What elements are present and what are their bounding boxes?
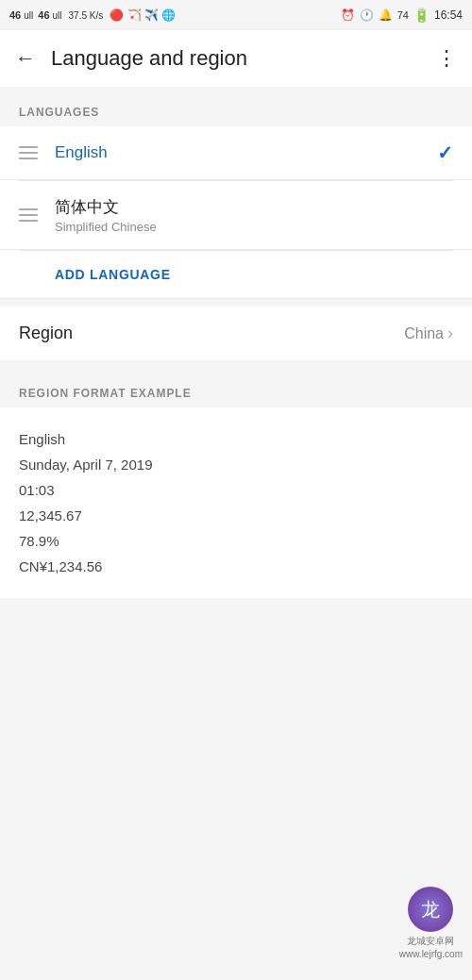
region-label: Region [19,324,73,343]
status-bar-left: 46 ull 46 ull 37.5 K/s 🔴 🏹 ✈️ 🌐 [9,8,176,22]
language-text-chinese: 简体中文 Simplified Chinese [55,196,453,234]
format-line-1: Sunday, April 7, 2019 [19,452,453,477]
format-line-2: 01:03 [19,477,453,503]
bell-icon: 🔔 [379,8,393,22]
app-bar: ← Language and region ⋮ [0,30,472,87]
network-speed: 37.5 K/s [69,10,104,21]
battery-icon: 🔋 [413,8,430,23]
region-value: China › [404,324,453,343]
watermark: 龙 龙城安卓网 www.lejrfg.com [399,887,463,961]
page-title: Language and region [51,46,436,71]
region-value-text: China [404,325,444,342]
languages-section-header: LANGUAGES [0,87,472,126]
region-row[interactable]: Region China › [0,307,472,360]
drag-line-1 [19,146,38,148]
chevron-right-icon: › [447,324,453,343]
watermark-site: www.lejrfg.com [399,948,463,961]
drag-line-c2 [19,214,38,216]
format-line-5: CN¥1,234.56 [19,554,453,579]
signal-indicator: 46 [9,9,21,21]
languages-card: English ✓ 简体中文 Simplified Chinese ADD LA… [0,126,472,299]
format-section: REGION FORMAT EXAMPLE English Sunday, Ap… [0,368,472,598]
drag-handle-chinese[interactable] [19,208,38,222]
add-language-row: ADD LANGUAGE [0,251,472,299]
signal-separator: ull [24,10,33,21]
language-text-english: English [55,143,437,162]
signal-separator-2: ull [53,10,62,21]
drag-line-c3 [19,220,38,222]
drag-line-3 [19,158,38,159]
clock-icon: 🕐 [360,8,374,22]
status-bar-right: ⏰ 🕐 🔔 74 🔋 16:54 [341,8,463,23]
language-item-english[interactable]: English ✓ [0,126,472,180]
watermark-name: 龙城安卓网 [399,935,463,948]
add-language-button[interactable]: ADD LANGUAGE [55,267,171,282]
drag-line-2 [19,152,38,154]
drag-line-c1 [19,208,38,210]
checkmark-icon: ✓ [437,141,453,164]
battery-indicator: 74 [397,9,409,21]
format-content: English Sunday, April 7, 2019 01:03 12,3… [0,407,472,598]
more-options-button[interactable]: ⋮ [436,46,457,71]
notification-icons: 🔴 🏹 ✈️ 🌐 [110,8,176,22]
drag-handle-english[interactable] [19,146,38,159]
format-line-3: 12,345.67 [19,503,453,528]
status-bar: 46 ull 46 ull 37.5 K/s 🔴 🏹 ✈️ 🌐 ⏰ 🕐 🔔 74… [0,0,472,30]
format-line-4: 78.9% [19,528,453,554]
alarm-icon: ⏰ [341,8,355,22]
language-item-chinese[interactable]: 简体中文 Simplified Chinese [0,181,472,250]
format-section-header: REGION FORMAT EXAMPLE [0,368,472,407]
back-button[interactable]: ← [15,46,36,71]
language-subtitle-chinese: Simplified Chinese [55,220,453,234]
watermark-logo: 龙 [408,887,453,932]
time-display: 16:54 [434,8,463,22]
format-line-0: English [19,426,453,452]
language-name-chinese: 简体中文 [55,196,453,218]
signal-indicator-2: 46 [38,9,49,21]
language-name-english: English [55,143,437,162]
